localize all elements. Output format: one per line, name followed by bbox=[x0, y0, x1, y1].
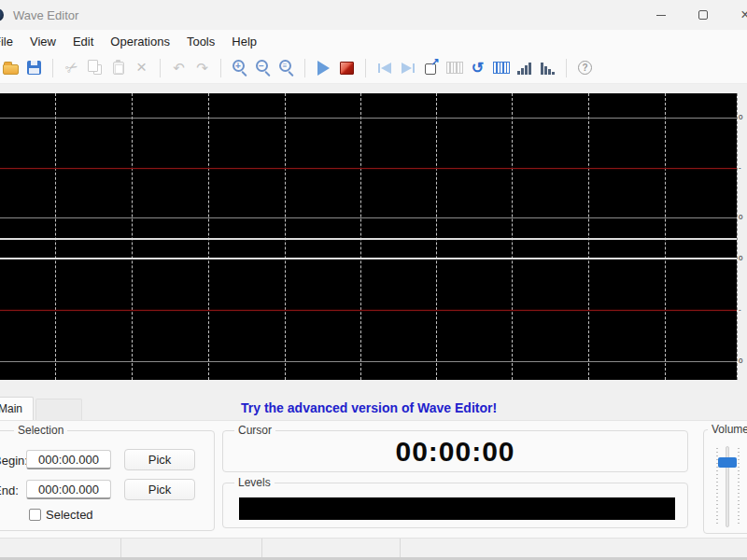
zoom-out-button[interactable] bbox=[251, 56, 275, 80]
toolbar-separator bbox=[566, 59, 567, 77]
redo-icon: ↷ bbox=[196, 61, 208, 75]
toolbar-separator bbox=[160, 59, 161, 77]
status-cell bbox=[262, 539, 401, 557]
tab-main[interactable]: Main bbox=[0, 397, 34, 420]
close-icon: × bbox=[740, 7, 747, 22]
open-file-button[interactable] bbox=[0, 56, 22, 80]
time-gridline bbox=[208, 93, 209, 380]
zoom-fit-icon bbox=[279, 60, 291, 72]
app-icon bbox=[0, 8, 4, 21]
histogram-icon bbox=[541, 62, 556, 75]
maximize-button[interactable] bbox=[682, 0, 725, 30]
begin-input[interactable] bbox=[26, 450, 111, 469]
time-gridline bbox=[665, 93, 666, 380]
menu-view[interactable]: View bbox=[21, 32, 64, 51]
channel-separator-line bbox=[0, 258, 737, 259]
volume-group-title: Volume bbox=[708, 423, 747, 436]
copy-icon bbox=[93, 64, 102, 75]
selected-checkbox-row: Selected bbox=[29, 508, 93, 522]
menu-file[interactable]: File bbox=[0, 32, 21, 51]
app-window: Wave Editor × File View Edit Operations … bbox=[0, 0, 747, 560]
cursor-time-display: 00:00:00 bbox=[223, 436, 687, 468]
time-gridline bbox=[55, 93, 56, 380]
slider-ticks bbox=[738, 448, 740, 525]
channel1-center-line bbox=[0, 168, 737, 169]
status-cell bbox=[0, 539, 121, 557]
toolbar-separator bbox=[220, 59, 221, 77]
menu-edit[interactable]: Edit bbox=[64, 32, 102, 51]
menu-tools[interactable]: Tools bbox=[178, 32, 223, 51]
zoom-in-button[interactable] bbox=[228, 56, 251, 80]
selected-checkbox[interactable] bbox=[29, 509, 41, 521]
maximize-icon bbox=[698, 10, 708, 20]
silence-button[interactable] bbox=[443, 56, 466, 80]
end-input[interactable] bbox=[26, 480, 111, 499]
waveform-display[interactable] bbox=[0, 93, 737, 380]
channel-separator-line bbox=[0, 238, 737, 240]
levels-group-title: Levels bbox=[234, 476, 275, 489]
menu-operations[interactable]: Operations bbox=[102, 32, 178, 51]
levels-bars-icon bbox=[517, 62, 532, 75]
promo-link[interactable]: Try the advanced version of Wave Editor! bbox=[241, 400, 497, 415]
zoom-fit-button[interactable] bbox=[275, 56, 298, 80]
delete-button[interactable]: × bbox=[130, 56, 153, 80]
selected-checkbox-label: Selected bbox=[46, 508, 93, 522]
scale-tick-label: - bbox=[739, 164, 741, 172]
play-button[interactable] bbox=[312, 56, 335, 80]
stop-icon bbox=[340, 62, 354, 75]
pick-begin-button[interactable]: Pick bbox=[124, 449, 195, 470]
edit-selection-icon bbox=[425, 63, 436, 75]
copy-button[interactable] bbox=[83, 56, 106, 80]
toolbar-separator bbox=[365, 59, 366, 77]
status-cell bbox=[121, 539, 262, 557]
stop-button[interactable] bbox=[335, 56, 359, 80]
zoom-in-icon bbox=[233, 60, 245, 72]
window-title: Wave Editor bbox=[13, 8, 78, 22]
menu-help[interactable]: Help bbox=[223, 32, 265, 51]
help-icon bbox=[578, 61, 592, 75]
scale-tick-label: - bbox=[739, 306, 741, 314]
tab-secondary[interactable] bbox=[35, 399, 82, 420]
insert-noise-button[interactable] bbox=[489, 56, 513, 80]
begin-label: Begin: bbox=[0, 454, 28, 468]
volume-group: Volume bbox=[703, 429, 747, 534]
selection-group: Selection Begin: Pick End: Pick Selected bbox=[0, 430, 215, 531]
cut-button[interactable] bbox=[60, 56, 83, 80]
amplitude-scale: 0 - 0 0 - 0 bbox=[737, 93, 747, 380]
scissors-icon bbox=[65, 59, 78, 77]
statistics-button[interactable] bbox=[536, 56, 559, 80]
time-gridline bbox=[132, 93, 133, 380]
toolbar-separator bbox=[304, 59, 305, 77]
save-icon bbox=[27, 61, 41, 75]
pick-end-button[interactable]: Pick bbox=[124, 479, 195, 500]
scale-tick-label: 0 bbox=[739, 114, 742, 121]
tab-main-label: Main bbox=[0, 402, 22, 415]
save-file-button[interactable] bbox=[22, 56, 46, 80]
amplitude-gridline bbox=[0, 217, 737, 218]
redo-button[interactable]: ↷ bbox=[190, 56, 214, 80]
close-button[interactable]: × bbox=[724, 0, 747, 30]
noise-icon bbox=[493, 62, 510, 74]
scale-tick-label: 0 bbox=[739, 255, 742, 262]
paste-button[interactable] bbox=[106, 56, 130, 80]
levels-meter-button[interactable] bbox=[513, 56, 536, 80]
amplitude-gridline bbox=[0, 118, 737, 119]
go-to-end-button[interactable] bbox=[396, 56, 419, 80]
undo-icon: ↶ bbox=[173, 61, 185, 75]
minimize-button[interactable] bbox=[640, 0, 683, 30]
edit-selection-button[interactable] bbox=[419, 56, 443, 80]
undo-button[interactable]: ↶ bbox=[167, 56, 190, 80]
go-to-start-button[interactable] bbox=[373, 56, 396, 80]
help-button[interactable] bbox=[573, 56, 597, 80]
status-bar bbox=[0, 538, 747, 557]
scale-tick-label: 0 bbox=[739, 214, 742, 221]
revert-button[interactable]: ↺ bbox=[466, 56, 489, 80]
toolbar-separator bbox=[52, 59, 53, 77]
cursor-group: Cursor 00:00:00 bbox=[222, 430, 688, 472]
time-gridline bbox=[285, 93, 286, 380]
volume-slider-handle[interactable] bbox=[718, 457, 737, 468]
toolbar: × ↶ ↷ ↺ bbox=[0, 52, 747, 84]
volume-slider[interactable] bbox=[704, 446, 747, 527]
time-gridline bbox=[588, 93, 589, 380]
cursor-group-title: Cursor bbox=[234, 424, 275, 437]
